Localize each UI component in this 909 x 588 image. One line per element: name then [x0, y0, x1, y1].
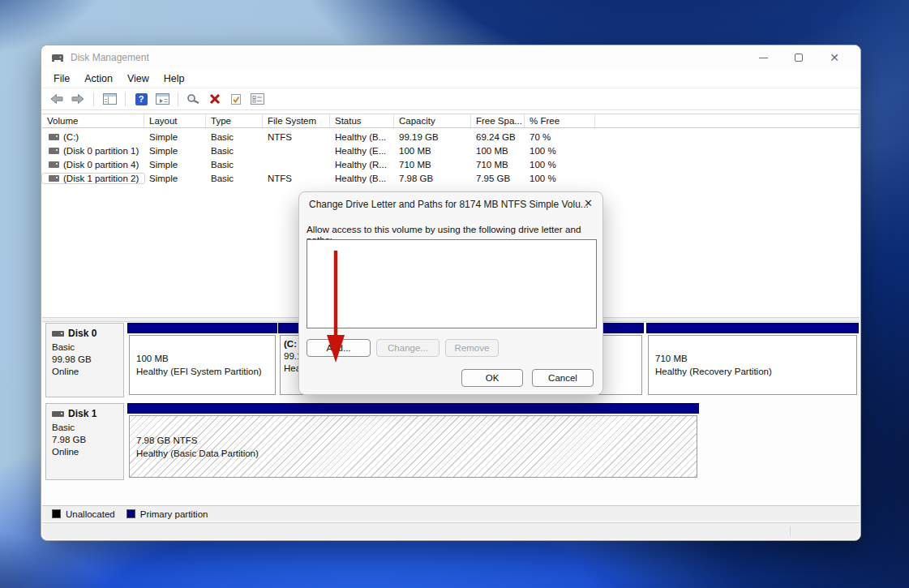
status-bar — [42, 522, 860, 539]
back-icon[interactable] — [49, 91, 65, 107]
disk-icon — [52, 331, 64, 337]
volume-row-disk0-part4[interactable]: (Disk 0 partition 4) Simple Basic Health… — [42, 157, 860, 171]
remove-button: Remove — [445, 339, 499, 357]
partition-color-bar — [646, 323, 859, 333]
volume-disk-icon — [49, 148, 59, 154]
volume-row-disk1-part2[interactable]: (Disk 1 partition 2) Simple Basic NTFS H… — [42, 171, 860, 185]
zoom-icon[interactable] — [186, 91, 202, 107]
window-title: Disk Management — [71, 52, 149, 63]
partition-color-bar — [127, 323, 277, 333]
menu-file[interactable]: File — [46, 71, 77, 87]
add-button[interactable]: Add... — [307, 339, 371, 357]
menu-view[interactable]: View — [120, 71, 157, 87]
menu-help[interactable]: Help — [157, 71, 192, 87]
col-status[interactable]: Status — [330, 114, 394, 127]
volume-row-c[interactable]: (C:) Simple Basic NTFS Healthy (B... 99.… — [42, 130, 860, 144]
disk-icon — [52, 411, 64, 417]
toolbar-separator — [178, 92, 178, 106]
col-type[interactable]: Type — [206, 114, 263, 127]
check-script-icon[interactable] — [228, 91, 244, 107]
volume-disk-icon — [49, 134, 59, 140]
drive-letter-listbox[interactable] — [307, 239, 597, 328]
partition-color-bar — [127, 403, 699, 414]
volume-table-header: Volume Layout Type File System Status Ca… — [42, 114, 860, 128]
col-layout[interactable]: Layout — [144, 114, 206, 127]
col-free-space[interactable]: Free Spa... — [471, 114, 525, 127]
minimize-icon[interactable] — [745, 45, 781, 70]
toolbar: ? — [41, 88, 860, 110]
show-hide-icon[interactable] — [154, 91, 170, 107]
unallocated-swatch — [52, 509, 61, 518]
col-pct-free[interactable]: % Free — [525, 114, 595, 127]
disk1-header[interactable]: Disk 1 Basic 7.98 GB Online — [45, 403, 124, 480]
maximize-icon[interactable] — [781, 45, 817, 70]
forward-icon[interactable] — [70, 91, 86, 107]
menubar: File Action View Help — [41, 70, 860, 88]
volume-disk-icon — [49, 175, 59, 182]
close-icon[interactable]: ✕ — [817, 45, 852, 70]
toolbar-separator — [125, 92, 126, 106]
delete-icon[interactable] — [207, 91, 223, 107]
legend-primary-partition: Primary partition — [126, 509, 208, 519]
titlebar[interactable]: Disk Management ✕ — [41, 45, 860, 70]
disk1-partition-data[interactable]: 7.98 GB NTFS Healthy (Basic Data Partiti… — [127, 403, 699, 480]
col-volume[interactable]: Volume — [42, 114, 144, 127]
disk0-header[interactable]: Disk 0 Basic 99.98 GB Online — [45, 323, 124, 397]
primary-partition-swatch — [126, 509, 135, 518]
volume-disk-icon — [49, 161, 59, 168]
console-tree-icon[interactable] — [101, 91, 118, 107]
legend-bar: Unallocated Primary partition — [42, 505, 860, 521]
app-disk-icon — [51, 53, 64, 63]
volume-row-disk0-part1[interactable]: (Disk 0 partition 1) Simple Basic Health… — [42, 144, 860, 157]
dialog-close-icon[interactable]: ✕ — [584, 197, 593, 209]
ok-button[interactable]: OK — [461, 369, 523, 387]
desktop-wallpaper: Disk Management ✕ File Action View Help — [0, 0, 909, 588]
change-drive-letter-dialog: Change Drive Letter and Paths for 8174 M… — [298, 191, 603, 395]
toolbar-separator — [93, 92, 94, 106]
disk0-partition-efi[interactable]: 100 MB Healthy (EFI System Partition) — [127, 323, 277, 397]
disk0-partition-recovery[interactable]: 710 MB Healthy (Recovery Partition) — [646, 323, 859, 397]
legend-unallocated: Unallocated — [52, 509, 115, 519]
status-bar-divider — [790, 526, 791, 536]
disk1-row: Disk 1 Basic 7.98 GB Online 7.98 GB NTFS… — [42, 403, 860, 480]
change-button: Change... — [376, 339, 439, 357]
col-capacity[interactable]: Capacity — [394, 114, 471, 127]
properties-icon[interactable] — [249, 91, 265, 107]
help-icon[interactable]: ? — [133, 91, 149, 107]
col-filler — [595, 114, 860, 127]
menu-action[interactable]: Action — [77, 71, 120, 87]
dialog-title: Change Drive Letter and Paths for 8174 M… — [309, 199, 589, 210]
cancel-button[interactable]: Cancel — [532, 369, 594, 387]
col-file-system[interactable]: File System — [263, 114, 330, 127]
